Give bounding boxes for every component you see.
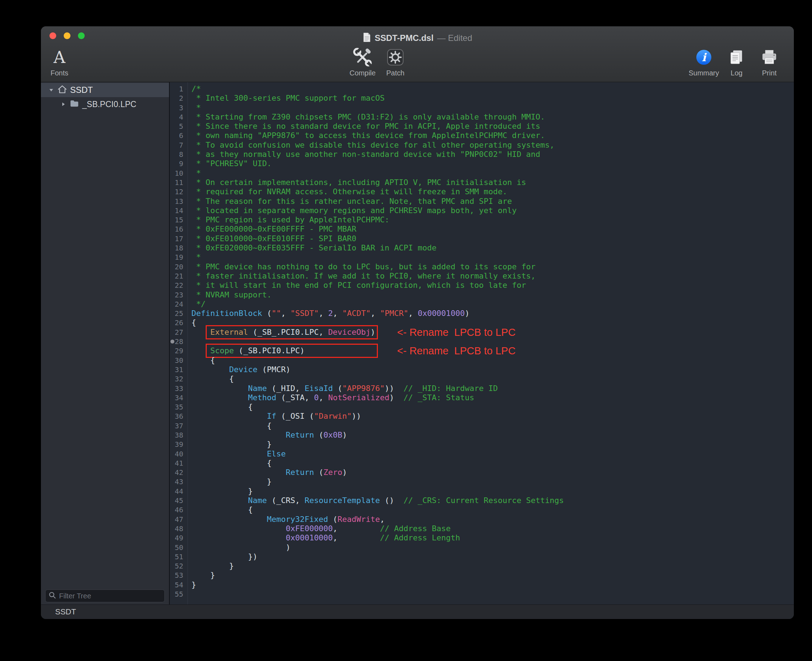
- code-line[interactable]: 42 Return (Zero): [170, 468, 794, 477]
- code-line[interactable]: 49 0x00010000, // Address Length: [170, 533, 794, 543]
- code-line[interactable]: 40 Else: [170, 449, 794, 458]
- code-line[interactable]: 14 * located in separate memory regions …: [170, 206, 794, 215]
- change-marker-dot: [171, 340, 174, 344]
- line-number: 55: [170, 589, 183, 599]
- code-line[interactable]: 25DefinitionBlock ("", "SSDT", 2, "ACDT"…: [170, 309, 794, 318]
- code-token: }: [192, 561, 234, 570]
- folder-icon: [70, 100, 79, 109]
- code-token: [192, 328, 210, 337]
- code-line[interactable]: 41 {: [170, 458, 794, 468]
- summary-button[interactable]: i Summary: [689, 45, 719, 77]
- code-line[interactable]: 29 Scope (_SB.PCI0.LPC)<- Rename LPCB to…: [170, 346, 794, 355]
- code-line[interactable]: 30 {: [170, 356, 794, 365]
- code-line[interactable]: 8 * as they normally use another non-sta…: [170, 150, 794, 159]
- code-token: * required for NVRAM access. Otherwise i…: [192, 187, 507, 196]
- patch-label: Patch: [386, 69, 404, 77]
- code-token: // _HID: Hardware ID: [403, 384, 498, 393]
- code-line[interactable]: 46 {: [170, 505, 794, 514]
- code-line[interactable]: 34 Method (_STA, 0, NotSerialized) // _S…: [170, 393, 794, 402]
- log-button[interactable]: Log: [721, 45, 752, 77]
- tree-item-label: SSDT: [70, 85, 93, 95]
- code-line[interactable]: 24 */: [170, 300, 794, 309]
- window-content: SSDT _SB.PCI0.LPC: [41, 82, 794, 604]
- code-line[interactable]: 16 * 0xFE000000~0xFE00FFFF - PMC MBAR: [170, 225, 794, 234]
- code-line[interactable]: 39 }: [170, 440, 794, 449]
- compile-button[interactable]: Compile: [346, 45, 379, 77]
- code-line[interactable]: 52 }: [170, 561, 794, 571]
- code-line[interactable]: 19 *: [170, 252, 794, 262]
- patch-button[interactable]: Patch: [379, 45, 412, 77]
- code-line[interactable]: 33 Name (_HID, EisaId ("APP9876")) // _H…: [170, 384, 794, 393]
- code-token: "ACDT": [342, 309, 371, 318]
- code-token: ,: [319, 393, 328, 402]
- code-text: *: [183, 103, 201, 112]
- code-token: (_HID,: [267, 384, 305, 393]
- line-number: 14: [170, 206, 183, 215]
- code-line[interactable]: 13 * The reason for this is rather uncle…: [170, 197, 794, 206]
- code-line[interactable]: 21 * faster initialisation. If we add it…: [170, 271, 794, 281]
- code-line[interactable]: 32 {: [170, 374, 794, 383]
- code-line[interactable]: 45 Name (_CRS, ResourceTemplate () // _C…: [170, 496, 794, 505]
- code-token: [192, 431, 286, 439]
- code-token: [192, 384, 248, 393]
- fonts-button[interactable]: A Fonts: [45, 45, 74, 77]
- code-token: [192, 449, 267, 458]
- code-line[interactable]: 37 {: [170, 421, 794, 431]
- filter-tree-input[interactable]: [58, 592, 161, 600]
- disclosure-triangle-collapsed-icon[interactable]: [60, 101, 67, 107]
- titlebar[interactable]: SSDT-PMC.dsl — Edited: [41, 26, 794, 45]
- code-line[interactable]: 47 Memory32Fixed (ReadWrite,: [170, 515, 794, 524]
- line-number: 31: [170, 365, 183, 374]
- code-line[interactable]: 7 * To avoid confusion we disable this d…: [170, 141, 794, 150]
- minimize-button[interactable]: [64, 32, 70, 39]
- line-number: 18: [170, 243, 183, 252]
- window-title: SSDT-PMC.dsl: [375, 33, 433, 43]
- code-token: [192, 533, 286, 542]
- code-line[interactable]: 12 * required for NVRAM access. Otherwis…: [170, 187, 794, 196]
- disclosure-triangle-expanded-icon[interactable]: [48, 87, 54, 93]
- code-line[interactable]: 22 * it will start in the end of PCI con…: [170, 281, 794, 290]
- code-line[interactable]: 17 * 0xFE010000~0xFE010FFF - SPI BAR0: [170, 234, 794, 243]
- code-line[interactable]: 53 }: [170, 571, 794, 580]
- document-proxy-icon[interactable]: [363, 32, 371, 44]
- code-line[interactable]: 43 }: [170, 477, 794, 486]
- code-line[interactable]: 27 External (_SB_.PCI0.LPC, DeviceObj)<-…: [170, 328, 794, 337]
- tree-item-ssdt[interactable]: SSDT: [41, 83, 169, 97]
- code-line[interactable]: 18 * 0xFE020000~0xFE035FFF - SerialIo BA…: [170, 243, 794, 252]
- code-token: *: [192, 103, 201, 112]
- code-token: (: [314, 431, 323, 439]
- code-line[interactable]: 35 {: [170, 402, 794, 412]
- code-editor[interactable]: 1/*2 * Intel 300-series PMC support for …: [170, 82, 794, 604]
- zoom-button[interactable]: [78, 32, 85, 39]
- code-line[interactable]: 6 * own naming "APP9876" to access this …: [170, 131, 794, 140]
- code-line[interactable]: 15 * PMC region is used by AppleIntelPCH…: [170, 215, 794, 225]
- code-line[interactable]: 50 ): [170, 543, 794, 552]
- code-text: }: [183, 561, 234, 571]
- code-text: {: [183, 458, 272, 468]
- print-button[interactable]: Print: [754, 45, 785, 77]
- code-line[interactable]: 4 * Starting from Z390 chipsets PMC (D31…: [170, 112, 794, 122]
- code-token: * own naming "APP9876" to access this de…: [192, 131, 545, 140]
- code-line[interactable]: 10 *: [170, 169, 794, 178]
- code-line[interactable]: 31 Device (PMCR): [170, 365, 794, 374]
- code-line[interactable]: 5 * Since there is no standard device fo…: [170, 122, 794, 131]
- code-line[interactable]: 36 If (_OSI ("Darwin")): [170, 412, 794, 421]
- code-line[interactable]: 54}: [170, 580, 794, 589]
- code-text: * Starting from Z390 chipsets PMC (D31:F…: [183, 112, 545, 122]
- code-line[interactable]: 1/*: [170, 84, 794, 94]
- code-line[interactable]: 3 *: [170, 103, 794, 112]
- close-button[interactable]: [50, 32, 56, 39]
- code-line[interactable]: 11 * On certain implementations, includi…: [170, 178, 794, 187]
- tree-item-sb-pci0-lpc[interactable]: _SB.PCI0.LPC: [41, 97, 169, 111]
- code-line[interactable]: 44 }: [170, 487, 794, 496]
- code-line[interactable]: 51 }): [170, 552, 794, 561]
- code-line[interactable]: 20 * PMC device has nothing to do to LPC…: [170, 262, 794, 271]
- code-line[interactable]: 23 * NVRAM support.: [170, 290, 794, 300]
- line-number: 46: [170, 505, 183, 514]
- code-line[interactable]: 48 0xFE000000, // Address Base: [170, 524, 794, 533]
- code-line[interactable]: 55: [170, 589, 794, 599]
- line-number: 42: [170, 468, 183, 477]
- code-line[interactable]: 38 Return (0x0B): [170, 431, 794, 440]
- code-line[interactable]: 2 * Intel 300-series PMC support for mac…: [170, 94, 794, 103]
- code-line[interactable]: 9 * "PCHRESV" UID.: [170, 159, 794, 168]
